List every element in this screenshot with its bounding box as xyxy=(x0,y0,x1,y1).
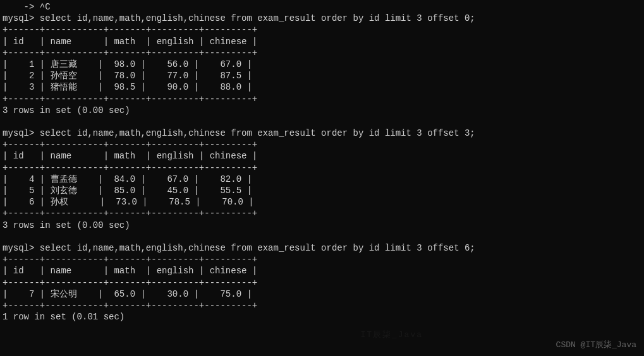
sql-query-1: select id,name,math,english,chinese from… xyxy=(40,128,475,138)
blank-line xyxy=(3,323,641,334)
faint-watermark-text: IT辰柒_Java xyxy=(360,330,423,341)
query-line-0: mysql> select id,name,math,english,chine… xyxy=(3,13,641,24)
sql-query-2: select id,name,math,english,chinese from… xyxy=(40,243,475,253)
mysql-prompt: mysql> xyxy=(3,13,34,23)
query-line-2: mysql> select id,name,math,english,chine… xyxy=(3,242,641,254)
result-footer: 1 row in set (0.01 sec) xyxy=(3,311,641,323)
table-row: | 1 | 唐三藏 | 98.0 | 56.0 | 67.0 | xyxy=(3,59,641,70)
terminal-output[interactable]: -> ^C mysql> select id,name,math,english… xyxy=(0,0,644,335)
table-divider: +------+-----------+-------+---------+--… xyxy=(3,254,641,265)
table-divider: +------+-----------+-------+---------+--… xyxy=(3,300,641,311)
table-row: | 5 | 刘玄德 | 85.0 | 45.0 | 55.5 | xyxy=(3,185,641,196)
table-divider: +------+-----------+-------+---------+--… xyxy=(3,93,641,105)
table-header: | id | name | math | english | chinese | xyxy=(3,150,641,162)
result-footer: 3 rows in set (0.00 sec) xyxy=(3,105,641,116)
table-header: | id | name | math | english | chinese | xyxy=(3,265,641,276)
table-row: | 4 | 曹孟德 | 84.0 | 67.0 | 82.0 | xyxy=(3,174,641,185)
sql-query-0: select id,name,math,english,chinese from… xyxy=(40,13,475,23)
watermark-text: CSDN @IT辰柒_Java xyxy=(556,340,636,351)
table-divider: +------+-----------+-------+---------+--… xyxy=(3,24,641,35)
table-divider: +------+-----------+-------+---------+--… xyxy=(3,139,641,150)
result-footer: 3 rows in set (0.00 sec) xyxy=(3,220,641,231)
table-divider: +------+-----------+-------+---------+--… xyxy=(3,277,641,288)
table-header: | id | name | math | english | chinese | xyxy=(3,36,641,47)
table-divider: +------+-----------+-------+---------+--… xyxy=(3,162,641,174)
blank-line xyxy=(3,231,641,242)
table-row: | 2 | 孙悟空 | 78.0 | 77.0 | 87.5 | xyxy=(3,70,641,81)
table-divider: +------+-----------+-------+---------+--… xyxy=(3,47,641,59)
blank-line xyxy=(3,116,641,128)
mysql-prompt: mysql> xyxy=(3,243,34,253)
mysql-prompt: mysql> xyxy=(3,128,34,138)
interrupt-line: -> ^C xyxy=(3,1,641,13)
table-divider: +------+-----------+-------+---------+--… xyxy=(3,208,641,219)
table-row: | 7 | 宋公明 | 65.0 | 30.0 | 75.0 | xyxy=(3,288,641,300)
query-line-1: mysql> select id,name,math,english,chine… xyxy=(3,128,641,139)
table-row: | 3 | 猪悟能 | 98.5 | 90.0 | 88.0 | xyxy=(3,81,641,93)
table-row: | 6 | 孙权 | 73.0 | 78.5 | 70.0 | xyxy=(3,196,641,208)
